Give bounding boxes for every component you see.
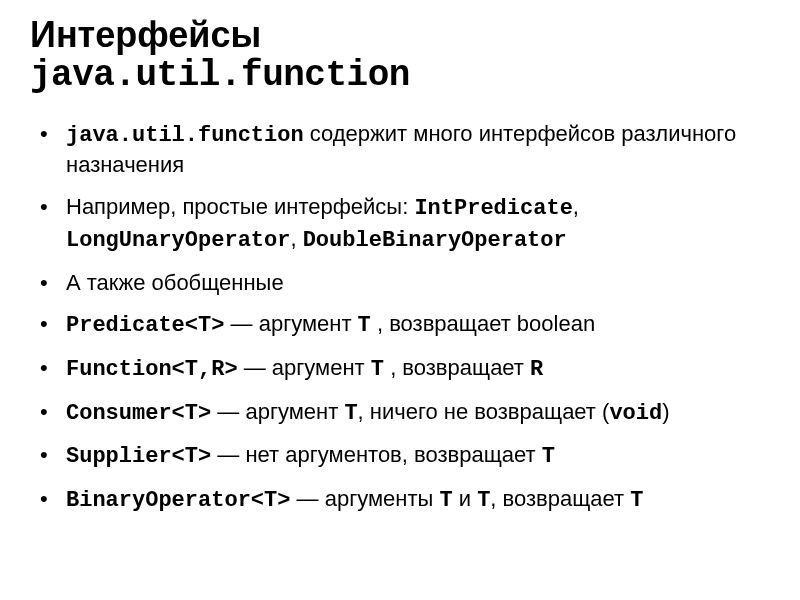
code-type: Supplier<T> [66, 444, 211, 469]
bullet-item: BinaryOperator<T> — аргументы T и T, воз… [60, 484, 770, 516]
text: А также обобщенные [66, 270, 284, 295]
text: — аргумент [238, 355, 371, 380]
title-line-2: java.util.function [30, 55, 770, 96]
text: , возвращает boolean [371, 311, 595, 336]
text: — аргумент [224, 311, 357, 336]
code-type-arg: T [371, 357, 384, 382]
title-line-1: Интерфейсы [30, 14, 770, 55]
text: , возвращает [384, 355, 530, 380]
text: Например, простые интерфейсы: [66, 194, 414, 219]
code-type: Consumer<T> [66, 401, 211, 426]
text: ) [662, 399, 669, 424]
code-type: IntPredicate [414, 196, 572, 221]
code-type: Function<T,R> [66, 357, 238, 382]
code-type-arg: T [358, 313, 371, 338]
code-type: BinaryOperator<T> [66, 488, 290, 513]
text: , [573, 194, 579, 219]
bullet-item: А также обобщенные [60, 268, 770, 298]
code-type-arg: T [439, 488, 452, 513]
text: , ничего не возвращает ( [358, 399, 610, 424]
code-return: T [542, 444, 555, 469]
text: — нет аргументов, возвращает [211, 442, 542, 467]
code-type: LongUnaryOperator [66, 228, 290, 253]
text: и [453, 486, 478, 511]
code-type-arg: T [344, 401, 357, 426]
code-package: java.util.function [66, 123, 304, 148]
text: — аргумент [211, 399, 344, 424]
code-type-arg: T [477, 488, 490, 513]
bullet-item: java.util.function содержит много интерф… [60, 119, 770, 180]
code-void: void [609, 401, 662, 426]
text: , [290, 226, 302, 251]
bullet-item: Predicate<T> — аргумент T , возвращает b… [60, 309, 770, 341]
code-return: T [630, 488, 643, 513]
bullet-item: Function<T,R> — аргумент T , возвращает … [60, 353, 770, 385]
bullet-list: java.util.function содержит много интерф… [30, 119, 770, 516]
code-type: Predicate<T> [66, 313, 224, 338]
bullet-item: Consumer<T> — аргумент T, ничего не возв… [60, 397, 770, 429]
bullet-item: Например, простые интерфейсы: IntPredica… [60, 192, 770, 255]
code-return: R [530, 357, 543, 382]
slide: Интерфейсы java.util.function java.util.… [0, 0, 800, 548]
code-type: DoubleBinaryOperator [303, 228, 567, 253]
bullet-item: Supplier<T> — нет аргументов, возвращает… [60, 440, 770, 472]
text: , возвращает [490, 486, 630, 511]
text: — аргументы [290, 486, 439, 511]
slide-title: Интерфейсы java.util.function [30, 14, 770, 97]
